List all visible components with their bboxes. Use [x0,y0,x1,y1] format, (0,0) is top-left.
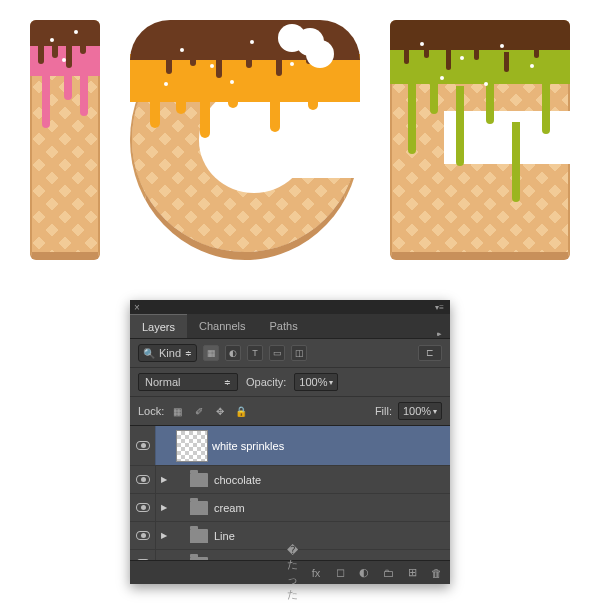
layer-thumbnail[interactable] [176,430,208,462]
letter-e [390,20,570,260]
layer-row-chocolate[interactable]: ▶ chocolate [130,466,450,494]
lock-pixels-icon[interactable]: ✐ [191,404,206,419]
lock-label: Lock: [138,405,164,417]
lock-transparent-icon[interactable]: ▦ [170,404,185,419]
panel-header[interactable]: × ▾≡ [130,300,450,314]
lock-position-icon[interactable]: ✥ [212,404,227,419]
layer-name[interactable]: white sprinkles [212,440,284,452]
layer-mask-icon[interactable]: ◻ [332,566,348,579]
tab-layers[interactable]: Layers [130,314,187,338]
new-layer-icon[interactable]: ⊞ [404,566,420,579]
lock-all-icon[interactable]: 🔒 [233,404,248,419]
filter-adjustment-icon[interactable]: ◐ [225,345,241,361]
delete-layer-icon[interactable]: 🗑 [428,567,444,579]
new-group-icon[interactable]: 🗀 [380,567,396,579]
folder-icon [190,501,208,515]
eye-icon [136,531,150,540]
opacity-label: Opacity: [246,376,286,388]
panel-tabs: Layers Channels Paths [130,314,450,339]
chevron-down-icon: ≑ [185,349,192,358]
bite-mark [296,28,324,56]
expand-toggle[interactable]: ▶ [156,475,172,484]
layer-style-icon[interactable]: fx [308,567,324,579]
visibility-toggle[interactable] [130,494,156,521]
panel-menu-icon[interactable]: ▾≡ [435,303,444,312]
letter-c [130,20,360,260]
filter-toggle-switch[interactable]: ⊏ [418,345,442,361]
folder-icon [190,529,208,543]
expand-toggle[interactable]: ▶ [156,503,172,512]
eye-icon [136,503,150,512]
visibility-toggle[interactable] [130,466,156,493]
layer-row-cream[interactable]: ▶ cream [130,494,450,522]
tab-paths[interactable]: Paths [258,314,310,338]
eye-icon [136,475,150,484]
opacity-input[interactable]: 100% ▾ [294,373,338,391]
layer-name[interactable]: cream [214,502,245,514]
chevron-down-icon: ▾ [329,378,333,387]
search-icon: 🔍 [143,348,155,359]
link-layers-icon[interactable]: �たった [284,544,300,602]
filter-shape-icon[interactable]: ▭ [269,345,285,361]
eye-icon [136,441,150,450]
filter-smartobject-icon[interactable]: ◫ [291,345,307,361]
letter-i [30,20,100,260]
fill-value: 100% [403,405,431,417]
folder-icon [190,473,208,487]
filter-kind-label: Kind [159,347,181,359]
panel-footer: �たった fx ◻ ◐ 🗀 ⊞ 🗑 [130,560,450,584]
tab-channels[interactable]: Channels [187,314,257,338]
filter-type-icon[interactable]: T [247,345,263,361]
collapse-icon[interactable] [437,326,445,334]
expand-toggle[interactable]: ▶ [156,531,172,540]
fill-label: Fill: [375,405,392,417]
fill-input[interactable]: 100% ▾ [398,402,442,420]
layer-row-white-sprinkles[interactable]: white sprinkles [130,426,450,466]
blend-row: Normal ≑ Opacity: 100% ▾ [130,368,450,397]
filter-pixel-icon[interactable]: ▦ [203,345,219,361]
adjustment-layer-icon[interactable]: ◐ [356,566,372,579]
visibility-toggle[interactable] [130,426,156,465]
close-icon[interactable]: × [134,302,140,313]
blend-mode-value: Normal [145,376,180,388]
chevron-down-icon: ≑ [224,378,231,387]
layers-panel: × ▾≡ Layers Channels Paths 🔍 Kind ≑ ▦ ◐ … [130,300,450,584]
opacity-value: 100% [299,376,327,388]
lock-row: Lock: ▦ ✐ ✥ 🔒 Fill: 100% ▾ [130,397,450,426]
chevron-down-icon: ▾ [433,407,437,416]
artwork-canvas [0,0,600,280]
layer-name[interactable]: chocolate [214,474,261,486]
filter-row: 🔍 Kind ≑ ▦ ◐ T ▭ ◫ ⊏ [130,339,450,368]
layer-name[interactable]: Line [214,530,235,542]
filter-kind-select[interactable]: 🔍 Kind ≑ [138,344,197,362]
blend-mode-select[interactable]: Normal ≑ [138,373,238,391]
visibility-toggle[interactable] [130,522,156,549]
